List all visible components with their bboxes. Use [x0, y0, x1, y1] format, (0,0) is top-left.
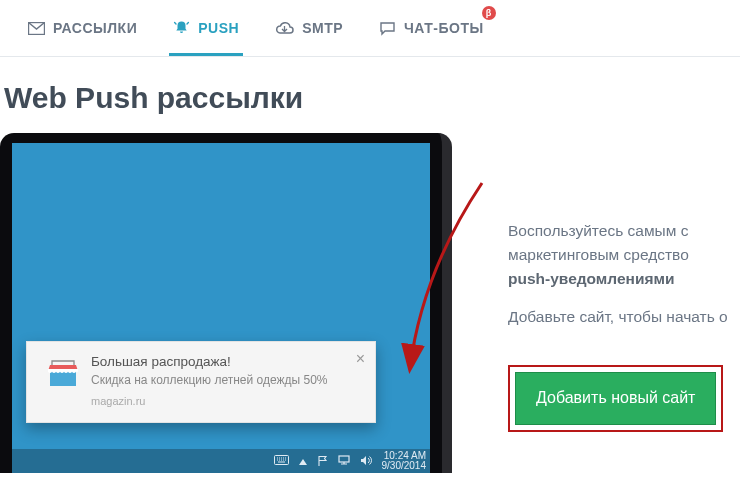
laptop-illustration: Большая распродажа! Скидка на коллекцию … — [0, 133, 452, 473]
promo-line1: Воспользуйтесь самым с — [508, 219, 740, 243]
divider — [0, 56, 740, 57]
cloud-icon — [275, 21, 294, 35]
envelope-icon — [28, 22, 45, 35]
tab-push[interactable]: PUSH — [155, 0, 257, 56]
close-icon[interactable]: × — [356, 350, 365, 368]
notification-text: Скидка на коллекцию летней одежды 50% — [91, 373, 361, 387]
tab-label: PUSH — [198, 20, 239, 36]
flag-icon — [317, 455, 328, 468]
tab-chatbots[interactable]: ЧАТ-БОТЫ β — [361, 0, 502, 56]
push-notification-example: Большая распродажа! Скидка на коллекцию … — [26, 341, 376, 423]
promo-panel: Воспользуйтесь самым с маркетинговым сре… — [452, 133, 740, 473]
promo-bold: push-уведомлениями — [508, 270, 675, 287]
top-tabs: РАССЫЛКИ PUSH SMTP ЧАТ-БОТЫ β — [0, 0, 740, 56]
keyboard-icon — [274, 455, 289, 467]
tab-label: РАССЫЛКИ — [53, 20, 137, 36]
tab-mail[interactable]: РАССЫЛКИ — [10, 0, 155, 56]
network-icon — [338, 455, 350, 467]
promo-line2: маркетинговым средство — [508, 243, 740, 267]
cta-highlight: Добавить новый сайт — [508, 365, 723, 432]
page-title: Web Push рассылки — [4, 81, 740, 115]
bell-icon — [173, 20, 190, 37]
svg-rect-1 — [50, 371, 76, 386]
content: Большая распродажа! Скидка на коллекцию … — [0, 133, 740, 473]
svg-rect-4 — [339, 456, 349, 462]
notification-site: magazin.ru — [91, 395, 361, 407]
volume-icon — [360, 455, 372, 468]
taskbar-date: 9/30/2014 — [382, 461, 427, 472]
add-site-button[interactable]: Добавить новый сайт — [515, 372, 716, 425]
store-icon — [41, 356, 85, 410]
tab-smtp[interactable]: SMTP — [257, 0, 361, 56]
windows-taskbar: 10:24 AM 9/30/2014 — [12, 449, 430, 473]
promo-sub: Добавьте сайт, чтобы начать о — [508, 305, 740, 329]
tab-label: SMTP — [302, 20, 343, 36]
chevron-up-icon — [299, 456, 307, 467]
notification-title: Большая распродажа! — [91, 354, 361, 369]
tab-label: ЧАТ-БОТЫ — [404, 20, 484, 36]
chat-icon — [379, 21, 396, 36]
beta-badge: β — [482, 6, 496, 20]
